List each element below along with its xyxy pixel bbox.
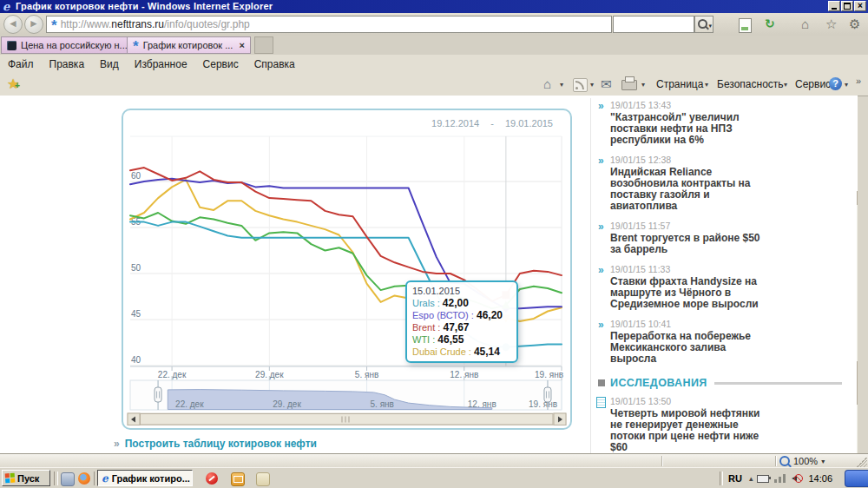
home-caret-icon[interactable]: ▾ xyxy=(560,81,563,89)
page-menu-button[interactable]: Страница xyxy=(656,78,703,90)
battery-icon[interactable] xyxy=(757,475,769,483)
taskbar-separator xyxy=(54,472,58,485)
main-chart-svg[interactable]: 404550556022. дек29. дек5. янв12. янв19.… xyxy=(123,110,570,428)
news-item-2[interactable]: »19/01/15 11:57Brent торгуется в районе … xyxy=(591,221,851,255)
compatibility-view-icon[interactable] xyxy=(739,18,752,33)
ie-task-icon: e xyxy=(102,472,108,485)
more-commands-chevron[interactable]: » xyxy=(856,76,861,86)
tooltip-row-3: WTI : 46,55 xyxy=(412,333,511,346)
news-item-4[interactable]: »19/01/15 10:41Переработка на побережье … xyxy=(591,319,851,365)
navigator-handle-left[interactable] xyxy=(155,387,161,402)
tab-label-0: Цена на российскую н... xyxy=(21,40,128,50)
zoom-control[interactable]: 100% ▾ xyxy=(779,455,851,467)
menu-item-5[interactable]: Справка xyxy=(247,58,303,70)
security-caret-icon[interactable]: ▾ xyxy=(784,81,787,89)
refresh-icon[interactable]: ↻ xyxy=(765,16,775,30)
help-button[interactable]: ? xyxy=(829,77,842,90)
system-tray: RU ▴ 14:06 xyxy=(720,470,868,487)
search-caret-icon: ▾ xyxy=(708,23,712,30)
help-caret-icon[interactable]: ▾ xyxy=(845,81,848,89)
windows-logo-icon xyxy=(5,473,16,484)
close-button[interactable]: × xyxy=(854,1,866,11)
menu-item-0[interactable]: Файл xyxy=(0,58,42,70)
settings-gear-icon[interactable]: ⚙ xyxy=(849,16,860,32)
volume-muted-icon[interactable] xyxy=(791,473,803,484)
tab-0[interactable]: Цена на российскую н... xyxy=(1,36,134,54)
add-favorite-star-icon[interactable]: ★ xyxy=(7,76,19,92)
taskbar: Пуск e График котиро... RU ▴ 14:06 xyxy=(0,467,868,488)
chart-panel: 19.12.2014 - 19.01.2015 404550556022. де… xyxy=(122,109,572,430)
notes-app-icon[interactable] xyxy=(256,472,270,486)
news-headline[interactable]: Brent торгуется в районе $50 за баррель xyxy=(610,233,765,255)
new-tab-stub[interactable] xyxy=(254,36,273,54)
tray-separator xyxy=(720,472,723,485)
search-input[interactable] xyxy=(613,16,694,33)
news-headline[interactable]: Четверть мировой нефтянки не генерирует … xyxy=(610,408,765,453)
news-date: 19/01/15 10:41 xyxy=(610,319,851,329)
print-icon[interactable] xyxy=(621,80,637,90)
network-signal-icon[interactable] xyxy=(774,474,786,483)
chart-scrollbar-thumb[interactable] xyxy=(141,414,554,425)
y-axis-label: 60 xyxy=(131,171,141,181)
resize-grip[interactable] xyxy=(857,457,867,467)
menu-item-2[interactable]: Вид xyxy=(92,58,127,70)
download-manager-icon[interactable] xyxy=(206,472,218,485)
y-axis-label: 50 xyxy=(131,263,141,273)
page-scrollbar[interactable]: ▲ ▼ xyxy=(857,191,858,453)
news-item-0[interactable]: »19/01/15 13:43"Казтрансойл" увеличил по… xyxy=(591,100,851,146)
rss-caret-icon[interactable]: ▾ xyxy=(590,81,594,89)
tab-close-icon[interactable]: × xyxy=(239,40,244,50)
start-button[interactable]: Пуск xyxy=(2,470,50,486)
tray-expand-icon[interactable]: ▴ xyxy=(749,474,753,483)
show-desktop-badge[interactable] xyxy=(845,470,868,487)
navigator-label: 19. янв xyxy=(529,399,557,409)
home-menu-icon[interactable]: ⌂ xyxy=(543,76,551,91)
build-quotes-table-link[interactable]: Построить таблицу котировок нефти xyxy=(125,438,317,450)
menu-item-4[interactable]: Сервис xyxy=(195,58,247,70)
scrollbar-thumb[interactable] xyxy=(857,361,858,405)
news-headline[interactable]: Переработка на побережье Мексиканского з… xyxy=(610,331,765,365)
status-divider xyxy=(661,456,662,466)
tab-favicon-1: * xyxy=(133,43,139,51)
print-caret-icon[interactable]: ▾ xyxy=(641,81,645,89)
minimize-button[interactable] xyxy=(828,1,840,11)
forward-button[interactable]: ► xyxy=(24,15,43,34)
mail-client-icon[interactable] xyxy=(231,472,245,486)
home-icon[interactable]: ⌂ xyxy=(801,16,809,32)
tab-1[interactable]: *График котировок ...× xyxy=(127,36,251,54)
chevron-icon: » xyxy=(598,100,604,112)
menu-item-1[interactable]: Правка xyxy=(42,58,93,70)
language-indicator[interactable]: RU xyxy=(728,473,742,484)
research-item-0[interactable]: 19/01/15 13:50Четверть мировой нефтянки … xyxy=(591,396,851,453)
menu-item-3[interactable]: Избранное xyxy=(127,58,195,70)
rss-feed-icon[interactable] xyxy=(573,78,588,92)
tab-favicon-0 xyxy=(7,41,16,50)
url-path: /info/quotes/gr.php xyxy=(164,18,250,30)
scroll-up-icon[interactable]: ▲ xyxy=(857,191,858,205)
news-date: 19/01/15 13:43 xyxy=(610,100,851,110)
y-axis-label: 45 xyxy=(131,309,141,319)
favorites-star-icon[interactable]: ☆ xyxy=(825,16,837,32)
restore-icon xyxy=(844,3,851,10)
x-axis-label: 19. янв xyxy=(535,370,563,379)
tools-menu-button[interactable]: Сервис xyxy=(795,78,831,90)
restore-button[interactable] xyxy=(841,1,853,11)
quicklaunch-app-icon[interactable] xyxy=(61,472,75,486)
firefox-icon[interactable] xyxy=(78,472,90,485)
news-item-1[interactable]: »19/01/15 12:38Индийская Reliance возобн… xyxy=(591,155,851,212)
navigation-bar: ◄ ► * http://www.nefttrans.ru/info/quote… xyxy=(0,13,868,36)
search-button[interactable]: ▾ xyxy=(694,16,713,33)
navigator-handle-right[interactable] xyxy=(544,387,551,402)
address-bar[interactable]: * http://www.nefttrans.ru/info/quotes/gr… xyxy=(46,16,612,33)
news-date: 19/01/15 11:57 xyxy=(610,221,851,231)
news-headline[interactable]: Индийская Reliance возобновила контракты… xyxy=(610,167,765,212)
page-caret-icon[interactable]: ▾ xyxy=(705,81,708,89)
news-item-3[interactable]: »19/01/15 11:33Ставки фрахта Handysize н… xyxy=(591,264,851,310)
news-headline[interactable]: "Казтрансойл" увеличил поставки нефти на… xyxy=(610,112,765,146)
tooltip-row-1: Espo (ВСТО) : 46,20 xyxy=(412,309,511,321)
mail-icon[interactable]: ✉ xyxy=(601,76,612,92)
active-task-button[interactable]: e График котиро... xyxy=(97,470,193,486)
news-headline[interactable]: Ставки фрахта Handysize на маршруте из Ч… xyxy=(610,276,765,310)
security-menu-button[interactable]: Безопасность xyxy=(717,78,784,90)
back-button[interactable]: ◄ xyxy=(3,15,23,34)
